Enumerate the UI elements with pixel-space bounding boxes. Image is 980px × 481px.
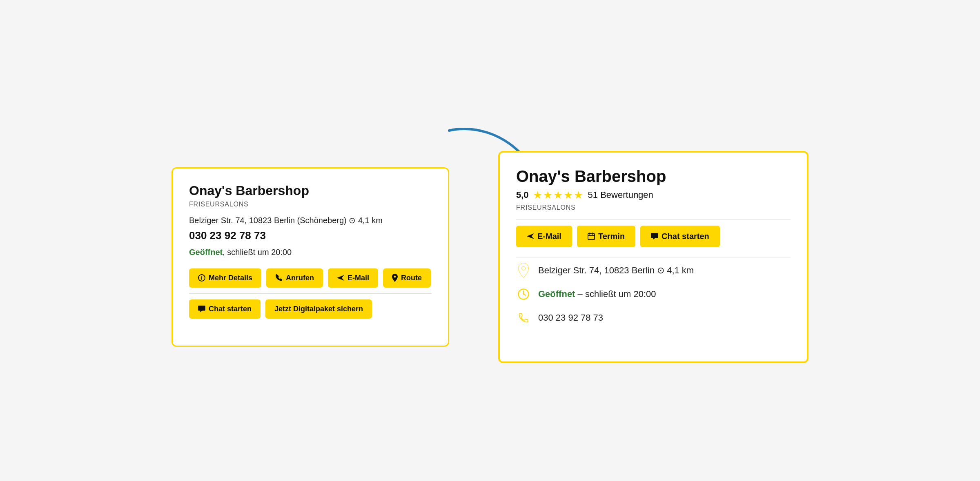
svg-marker-4 [337, 275, 344, 281]
svg-marker-5 [527, 233, 534, 239]
route-pin-icon [392, 274, 398, 282]
left-divider [189, 293, 432, 294]
right-chat-button[interactable]: Chat starten [640, 226, 720, 247]
right-phone-item: 030 23 92 78 73 [516, 310, 791, 325]
reviews-count: 51 Bewertungen [588, 190, 653, 200]
right-phone-icon-wrap [516, 310, 531, 325]
right-info-list: Belziger Str. 74, 10823 Berlin ⊙ 4,1 km … [516, 263, 791, 325]
rating-score: 5,0 [516, 190, 529, 200]
right-status-text: Geöffnet – schließt um 20:00 [538, 289, 656, 299]
left-digital-button[interactable]: Jetzt Digitalpaket sichern [265, 299, 372, 319]
left-btn-row-1: Mehr Details Anrufen E-Mail [189, 268, 432, 288]
left-route-button[interactable]: Route [383, 268, 431, 288]
right-pin-icon [518, 263, 529, 278]
left-business-name: Onay's Barbershop [189, 183, 432, 198]
left-status: Geöffnet, schließt um 20:00 [189, 248, 432, 257]
right-card: Onay's Barbershop 5,0 ★★★★★ 51 Bewertung… [498, 151, 808, 363]
page-wrapper: Onay's Barbershop FRISEURSALONS Belziger… [16, 16, 964, 481]
left-chat-button[interactable]: Chat starten [189, 299, 261, 319]
right-phone-icon [518, 312, 529, 324]
right-open-label: Geöffnet [538, 289, 575, 299]
phone-icon [275, 274, 283, 282]
email-send-icon [337, 275, 344, 281]
right-address-item: Belziger Str. 74, 10823 Berlin ⊙ 4,1 km [516, 263, 791, 278]
right-email-button[interactable]: E-Mail [516, 226, 572, 247]
rating-row: 5,0 ★★★★★ 51 Bewertungen [516, 189, 791, 202]
left-card: Onay's Barbershop FRISEURSALONS Belziger… [172, 167, 449, 347]
stars: ★★★★★ [533, 189, 584, 202]
left-open-label: Geöffnet [189, 248, 223, 257]
right-status-item: Geöffnet – schließt um 20:00 [516, 287, 791, 301]
left-address: Belziger Str. 74, 10823 Berlin (Schönebe… [189, 215, 432, 225]
left-close-time: , schließt um 20:00 [223, 248, 292, 257]
left-email-button[interactable]: E-Mail [328, 268, 378, 288]
svg-rect-6 [588, 234, 595, 239]
right-chat-icon [651, 233, 658, 239]
right-address-icon-wrap [516, 263, 531, 278]
right-phone-text: 030 23 92 78 73 [538, 313, 603, 323]
calendar-icon [588, 233, 595, 240]
left-category: FRISEURSALONS [189, 201, 432, 208]
right-divider-bottom [516, 257, 791, 257]
cards-container: Onay's Barbershop FRISEURSALONS Belziger… [172, 151, 808, 363]
right-divider-top [516, 219, 791, 220]
right-clock-icon-wrap [516, 287, 531, 301]
right-close-time: – schließt um 20:00 [578, 289, 656, 299]
right-email-send-icon [527, 233, 534, 239]
right-appointment-button[interactable]: Termin [577, 226, 635, 247]
info-icon [198, 274, 205, 282]
right-business-name: Onay's Barbershop [516, 167, 791, 186]
right-btn-row: E-Mail Termin Chat starten [516, 226, 791, 247]
left-phone: 030 23 92 78 73 [189, 229, 432, 242]
left-details-button[interactable]: Mehr Details [189, 268, 261, 288]
left-call-button[interactable]: Anrufen [266, 268, 323, 288]
chat-icon [198, 306, 205, 312]
right-category: FRISEURSALONS [516, 204, 791, 211]
right-address-text: Belziger Str. 74, 10823 Berlin ⊙ 4,1 km [538, 265, 694, 276]
right-clock-icon [517, 288, 530, 300]
svg-point-3 [201, 276, 202, 277]
left-btn-row-2: Chat starten Jetzt Digitalpaket sichern [189, 299, 432, 319]
